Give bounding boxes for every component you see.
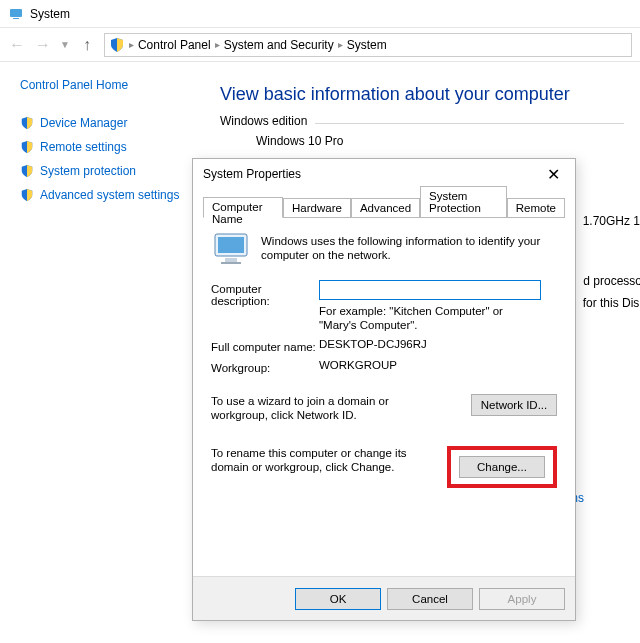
apply-button[interactable]: Apply xyxy=(479,588,565,610)
ok-button[interactable]: OK xyxy=(295,588,381,610)
nav-forward-icon: → xyxy=(34,36,52,54)
fullname-value: DESKTOP-DCJ96RJ xyxy=(319,338,557,350)
shield-icon xyxy=(20,116,34,130)
nav-up-icon[interactable]: ↑ xyxy=(78,36,96,54)
svg-rect-1 xyxy=(13,18,19,19)
shield-icon xyxy=(20,140,34,154)
network-id-block: To use a wizard to join a domain or work… xyxy=(211,394,557,422)
cancel-button[interactable]: Cancel xyxy=(387,588,473,610)
breadcrumb-item[interactable]: System xyxy=(347,38,387,52)
sidebar-item-label: System protection xyxy=(40,164,136,178)
breadcrumb-item[interactable]: System and Security xyxy=(224,38,334,52)
tab-remote[interactable]: Remote xyxy=(507,198,565,217)
page-heading: View basic information about your comput… xyxy=(220,84,624,105)
breadcrumb[interactable]: ▸ Control Panel ▸ System and Security ▸ … xyxy=(104,33,632,57)
control-panel-home-link[interactable]: Control Panel Home xyxy=(20,78,192,92)
close-icon[interactable]: ✕ xyxy=(541,165,565,184)
nav-back-icon[interactable]: ← xyxy=(8,36,26,54)
change-callout: Change... xyxy=(447,446,557,488)
breadcrumb-item[interactable]: Control Panel xyxy=(138,38,211,52)
tab-computer-name[interactable]: Computer Name xyxy=(203,197,283,218)
description-row: Computer description: For example: "Kitc… xyxy=(211,280,557,332)
windows-edition-group: Windows edition Windows 10 Pro xyxy=(220,123,624,148)
change-block: To rename this computer or change its do… xyxy=(211,446,557,488)
description-input[interactable] xyxy=(319,280,541,300)
tab-system-protection[interactable]: System Protection xyxy=(420,186,507,217)
workgroup-row: Workgroup: WORKGROUP xyxy=(211,359,557,374)
chevron-right-icon[interactable]: ▸ xyxy=(215,39,220,50)
system-icon xyxy=(8,6,24,22)
sidebar-item-label: Device Manager xyxy=(40,116,127,130)
navbar: ← → ▼ ↑ ▸ Control Panel ▸ System and Sec… xyxy=(0,28,640,62)
sidebar-item-label: Advanced system settings xyxy=(40,188,179,202)
chevron-right-icon[interactable]: ▸ xyxy=(338,39,343,50)
workgroup-label: Workgroup: xyxy=(211,359,319,374)
svg-rect-3 xyxy=(218,237,244,253)
sidebar-item-remote-settings[interactable]: Remote settings xyxy=(20,140,192,154)
sidebar-item-advanced-settings[interactable]: Advanced system settings xyxy=(20,188,192,202)
dialog-body: Computer Name Hardware Advanced System P… xyxy=(193,189,575,576)
fullname-row: Full computer name: DESKTOP-DCJ96RJ xyxy=(211,338,557,353)
tab-advanced[interactable]: Advanced xyxy=(351,198,420,217)
sidebar-item-label: Remote settings xyxy=(40,140,127,154)
workgroup-value: WORKGROUP xyxy=(319,359,557,371)
shield-icon xyxy=(20,164,34,178)
tabstrip: Computer Name Hardware Advanced System P… xyxy=(203,195,565,218)
window-titlebar: System xyxy=(0,0,640,28)
tab-body: Windows uses the following information t… xyxy=(203,218,565,496)
svg-rect-0 xyxy=(10,9,22,17)
nav-history-dropdown-icon[interactable]: ▼ xyxy=(60,39,70,50)
network-id-button[interactable]: Network ID... xyxy=(471,394,557,416)
computer-icon xyxy=(211,232,251,266)
group-label: Windows edition xyxy=(220,114,315,128)
tab-hardware[interactable]: Hardware xyxy=(283,198,351,217)
description-example: For example: "Kitchen Computer" or "Mary… xyxy=(319,304,541,332)
system-properties-dialog: System Properties ✕ Computer Name Hardwa… xyxy=(192,158,576,621)
change-hint: To rename this computer or change its do… xyxy=(211,446,441,474)
svg-rect-5 xyxy=(221,262,241,264)
svg-rect-4 xyxy=(225,258,237,262)
dialog-button-row: OK Cancel Apply xyxy=(193,576,575,620)
network-id-hint: To use a wizard to join a domain or work… xyxy=(211,394,441,422)
sidebar-item-system-protection[interactable]: System protection xyxy=(20,164,192,178)
info-row: Windows uses the following information t… xyxy=(211,232,557,266)
description-label: Computer description: xyxy=(211,280,319,307)
sidebar: Control Panel Home Device Manager Remote… xyxy=(0,62,200,643)
window-title: System xyxy=(30,7,70,21)
chevron-right-icon[interactable]: ▸ xyxy=(129,39,134,50)
info-text: Windows uses the following information t… xyxy=(261,232,557,262)
sidebar-item-device-manager[interactable]: Device Manager xyxy=(20,116,192,130)
dialog-titlebar[interactable]: System Properties ✕ xyxy=(193,159,575,189)
fullname-label: Full computer name: xyxy=(211,338,319,353)
edition-value: Windows 10 Pro xyxy=(256,134,624,148)
dialog-title: System Properties xyxy=(203,167,301,181)
obscured-text-fragment: 1.70GHz 1. d processor for this Disp xyxy=(583,210,640,314)
shield-icon xyxy=(109,37,125,53)
shield-icon xyxy=(20,188,34,202)
change-button[interactable]: Change... xyxy=(459,456,545,478)
